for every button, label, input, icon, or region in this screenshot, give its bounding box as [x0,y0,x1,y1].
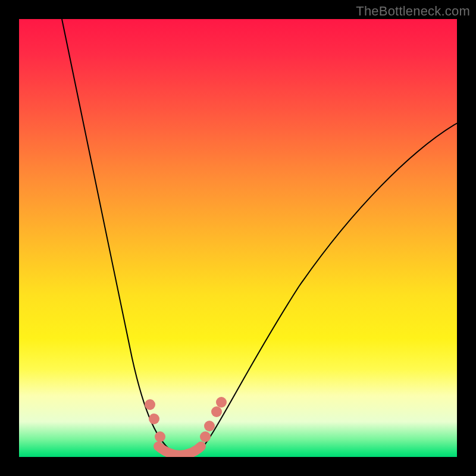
curve-right-branch [198,123,457,453]
dot-left-2 [149,414,159,424]
outer-frame: TheBottleneck.com [0,0,476,476]
dot-left-1 [145,399,155,410]
dot-right-3 [211,406,222,417]
dot-left-3 [155,431,165,442]
dot-right-2 [204,421,215,431]
plot-area [19,19,457,457]
dot-right-1 [200,431,211,442]
dot-right-4 [216,397,227,408]
curve-left-branch [62,19,175,453]
curve-svg [19,19,457,457]
watermark-text: TheBottleneck.com [356,4,470,19]
floor-worm [158,446,201,455]
